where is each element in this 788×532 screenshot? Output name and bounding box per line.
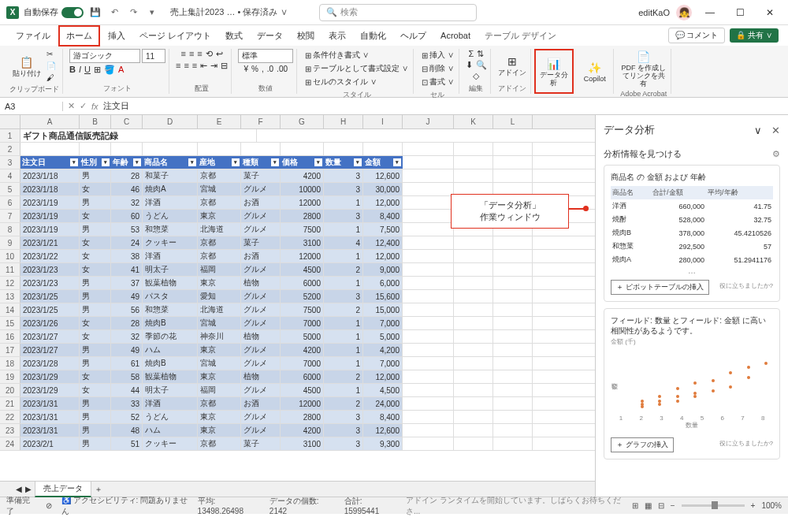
empty-cell[interactable] [403,143,454,155]
data-cell[interactable]: 2023/1/23 [20,263,80,276]
empty-cell[interactable] [493,277,533,289]
data-cell[interactable]: 24 [111,236,143,249]
data-cell[interactable]: グルメ [241,424,281,437]
row-header[interactable]: 14 [0,303,20,316]
empty-cell[interactable] [281,143,324,155]
align-left-icon[interactable]: ≡ [176,61,180,71]
data-cell[interactable]: 明太子 [143,263,198,276]
row-header[interactable]: 22 [0,411,20,423]
data-cell[interactable]: 観葉植物 [143,370,198,383]
data-cell[interactable]: 5200 [281,290,324,303]
zoom-out-icon[interactable]: − [671,501,675,510]
row-header[interactable]: 6 [0,196,20,209]
data-cell[interactable]: 男 [80,277,111,289]
row-header[interactable]: 11 [0,263,20,276]
wrap-text-icon[interactable]: ↩ [216,49,223,59]
col-header[interactable]: J [403,115,454,128]
data-cell[interactable]: 京都 [198,196,241,209]
data-cell[interactable]: お酒 [241,196,281,209]
data-cell[interactable]: グルメ [241,384,281,396]
data-cell[interactable]: 明太子 [143,384,198,396]
data-cell[interactable]: 2 [324,397,363,410]
row-header[interactable]: 16 [0,330,20,343]
empty-cell[interactable] [80,143,111,155]
empty-cell[interactable] [324,143,363,155]
data-cell[interactable]: 38 [111,250,143,262]
data-cell[interactable]: 2023/1/18 [20,169,80,182]
data-cell[interactable]: 女 [80,370,111,383]
data-cell[interactable]: 12000 [281,250,324,262]
data-cell[interactable]: ハム [143,424,198,437]
data-cell[interactable]: グルメ [241,183,281,195]
data-cell[interactable]: 44 [111,384,143,396]
data-cell[interactable]: うどん [143,210,198,222]
data-cell[interactable]: 2023/1/31 [20,424,80,437]
pane-expand-icon[interactable]: ∨ [754,125,762,136]
italic-button[interactable]: I [79,65,81,75]
filter-dropdown-icon[interactable]: ▾ [271,158,279,166]
data-cell[interactable]: 5,000 [363,330,403,343]
data-cell[interactable]: 2023/1/28 [20,357,80,370]
data-cell[interactable]: 北海道 [198,223,241,236]
underline-button[interactable]: U [84,65,91,75]
data-cell[interactable]: 男 [80,196,111,209]
data-cell[interactable]: クッキー [143,236,198,249]
tab-home[interactable]: ホーム [58,25,100,47]
data-cell[interactable]: 32 [111,196,143,209]
cancel-formula-icon[interactable]: ✕ [68,101,75,111]
data-cell[interactable]: 2023/1/29 [20,370,80,383]
row-header[interactable]: 2 [0,143,20,155]
data-cell[interactable]: 9,300 [363,437,403,450]
font-name-combo[interactable]: 游ゴシック [69,49,140,63]
data-cell[interactable]: 東京 [198,344,241,356]
data-cell[interactable]: 1 [324,223,363,236]
sort-filter-icon[interactable]: ⇅ [477,49,484,59]
empty-cell[interactable] [454,303,493,316]
redo-icon[interactable]: ↷ [126,6,140,20]
empty-cell[interactable] [403,210,454,222]
data-cell[interactable]: 7,000 [363,357,403,370]
data-cell[interactable]: 1 [324,196,363,209]
data-cell[interactable]: 和惣菜 [143,303,198,316]
cond-format-button[interactable]: ⊞ 条件付き書式 ∨ [303,49,370,61]
data-cell[interactable]: 男 [80,411,111,423]
data-cell[interactable]: 12,600 [363,424,403,437]
data-cell[interactable]: 宮城 [198,317,241,329]
data-cell[interactable]: 48 [111,424,143,437]
data-cell[interactable]: 東京 [198,210,241,222]
tab-acrobat[interactable]: Acrobat [434,28,477,43]
data-cell[interactable]: 1 [324,277,363,289]
row-header[interactable]: 3 [0,156,20,169]
empty-cell[interactable] [454,156,493,169]
avatar[interactable]: 👧 [676,5,692,20]
data-cell[interactable]: 焼肉B [143,317,198,329]
data-cell[interactable]: パスタ [143,290,198,303]
tab-data[interactable]: データ [251,27,289,45]
data-cell[interactable]: 49 [111,290,143,303]
table-header-cell[interactable]: 価格▾ [281,156,324,169]
data-cell[interactable]: 東京 [198,277,241,289]
data-cell[interactable]: 1 [324,384,363,396]
data-cell[interactable]: 51 [111,437,143,450]
share-button[interactable]: 🔒 共有 ∨ [730,28,779,43]
data-cell[interactable]: 女 [80,250,111,262]
align-middle-icon[interactable]: ≡ [189,49,194,59]
data-cell[interactable]: 京都 [198,169,241,182]
data-cell[interactable]: 2 [324,303,363,316]
data-cell[interactable]: 8,400 [363,210,403,222]
gear-icon[interactable]: ⚙ [772,149,780,159]
view-pagebreak-icon[interactable]: ⊟ [658,501,664,510]
col-header[interactable]: I [363,115,403,128]
zoom-slider[interactable] [682,504,745,507]
currency-icon[interactable]: ¥ [244,65,249,73]
data-cell[interactable]: 菓子 [241,437,281,450]
adobe-pdf-button[interactable]: 📄 PDF を作成してリンクを共有 [620,49,667,88]
fill-icon[interactable]: ⬇ [466,60,473,70]
data-cell[interactable]: 5000 [281,330,324,343]
row-header[interactable]: 17 [0,344,20,356]
data-cell[interactable]: 33 [111,397,143,410]
empty-cell[interactable] [454,263,493,276]
data-cell[interactable]: 男 [80,344,111,356]
helpful-link[interactable]: 役に立ちましたか? [719,439,773,448]
insert-chart-button[interactable]: ＋ グラフの挿入 [611,437,674,452]
